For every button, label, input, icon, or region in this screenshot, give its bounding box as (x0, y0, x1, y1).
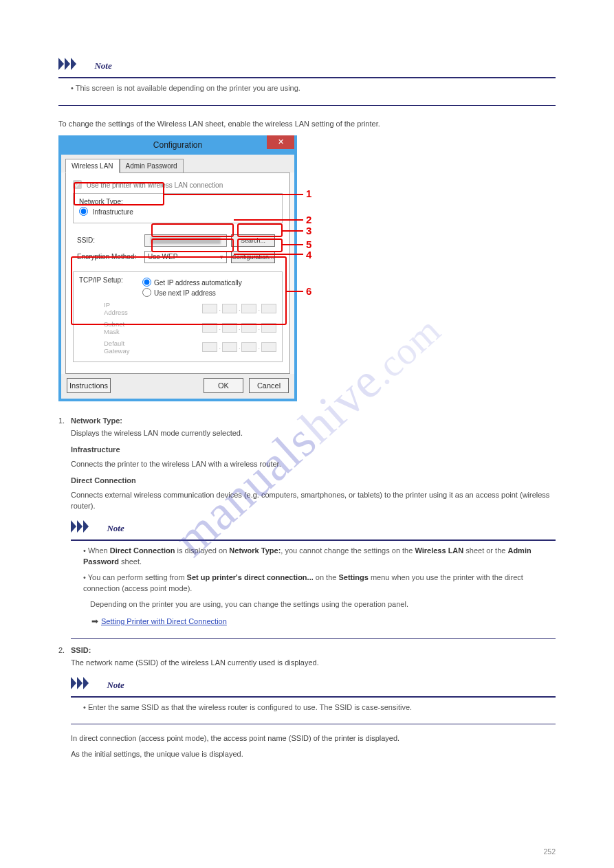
use-printer-checkbox[interactable] (73, 180, 82, 189)
default-gateway-input[interactable]: ... (202, 342, 276, 352)
callout-number-4: 4 (306, 249, 311, 260)
search-button[interactable]: Search... (231, 234, 275, 247)
network-type-label: Network Type: (79, 198, 276, 205)
note-text: • Enter the same SSID as that the wirele… (71, 698, 556, 720)
get-ip-auto-radio[interactable] (142, 278, 151, 287)
network-type-group: Network Type: Infrastructure (73, 193, 283, 223)
svg-marker-8 (83, 677, 89, 689)
cancel-button[interactable]: Cancel (249, 378, 289, 393)
svg-marker-1 (65, 58, 70, 70)
page-number: 252 (543, 847, 556, 856)
callout-number-5: 5 (306, 238, 311, 250)
rule (71, 724, 556, 724)
rule (58, 105, 556, 106)
dialog-figure: Configuration ✕ Wireless LAN Admin Passw… (58, 135, 297, 401)
ip-address-label: IP Address (79, 301, 134, 316)
callout-number-2: 2 (306, 214, 311, 225)
svg-marker-4 (77, 520, 83, 533)
svg-marker-6 (71, 677, 76, 689)
subnet-mask-label: Subnet Mask (79, 320, 134, 335)
svg-marker-0 (58, 58, 64, 70)
close-icon[interactable]: ✕ (267, 135, 294, 149)
callout-number-3: 3 (306, 225, 311, 236)
infrastructure-radio[interactable] (79, 207, 88, 216)
dialog-button-row: Instructions OK Cancel (61, 374, 294, 399)
radio-label: Use next IP address (154, 289, 216, 297)
tab-row: Wireless LAN Admin Password (61, 155, 294, 173)
chevrons-icon (58, 58, 90, 73)
note-block-2: Note • When Direct Connection is display… (71, 520, 556, 640)
instructions-button[interactable]: Instructions (67, 378, 111, 393)
note-label: Note (107, 523, 124, 533)
radio-label: Infrastructure (93, 208, 133, 216)
subnet-mask-input[interactable]: ... (202, 323, 276, 333)
arrow-right-icon: ➡ (91, 616, 98, 626)
tail-paragraph-2: As the initial settings, the unique valu… (58, 748, 556, 760)
svg-marker-7 (77, 677, 83, 689)
definition-1: 1.Network Type: Displays the wireless LA… (58, 416, 556, 512)
note-text: • When Direct Connection is displayed on… (71, 541, 556, 635)
note-block-3: Note • Enter the same SSID as that the w… (71, 677, 556, 725)
tcpip-label: TCP/IP Setup: (79, 276, 133, 297)
use-next-ip-radio[interactable] (142, 288, 151, 297)
chevrons-icon (71, 520, 102, 535)
svg-marker-2 (71, 58, 76, 70)
definition-2: 2.SSID: The network name (SSID) of the w… (58, 646, 556, 669)
dialog-title: Configuration (153, 140, 202, 150)
ok-button[interactable]: OK (204, 378, 243, 393)
note-text: • This screen is not available depending… (58, 78, 556, 101)
chevrons-icon (71, 677, 102, 692)
encryption-method-select[interactable]: Use WEP▾ (144, 251, 227, 263)
ip-address-input[interactable]: ... (202, 304, 276, 313)
svg-marker-3 (71, 520, 76, 533)
note-block-1: Note • This screen is not available depe… (58, 58, 556, 106)
tab-pane: Use the printer with wireless LAN connec… (65, 173, 290, 374)
callout-number-1: 1 (306, 188, 311, 199)
direct-connection-link[interactable]: Setting Printer with Direct Connection (101, 617, 227, 625)
tcpip-group: TCP/IP Setup: Get IP address automatical… (73, 271, 283, 362)
configuration-button[interactable]: Configuration... (231, 251, 275, 263)
checkbox-label: Use the printer with wireless LAN connec… (87, 181, 223, 189)
callout-number-6: 6 (306, 285, 311, 297)
definition-list: 1.Network Type: Displays the wireless LA… (58, 416, 556, 512)
chevron-down-icon: ▾ (220, 254, 223, 260)
rule (71, 638, 556, 639)
default-gateway-label: Default Gateway (79, 340, 134, 355)
encryption-method-label: Encryption Method: (77, 253, 140, 260)
note-label: Note (94, 60, 111, 71)
note-label: Note (107, 680, 124, 690)
tail-paragraph-1: In direct connection (access point mode)… (58, 733, 556, 744)
use-printer-checkbox-row: Use the printer with wireless LAN connec… (73, 179, 283, 193)
tab-wireless-lan[interactable]: Wireless LAN (65, 159, 120, 173)
dialog-titlebar: Configuration ✕ (61, 135, 294, 155)
ssid-input[interactable] (144, 234, 227, 247)
configuration-dialog: Configuration ✕ Wireless LAN Admin Passw… (58, 135, 297, 401)
radio-label: Get IP address automatically (154, 279, 242, 287)
tab-admin-password[interactable]: Admin Password (120, 159, 184, 173)
ssid-label: SSID: (77, 236, 140, 244)
paragraph: To change the settings of the Wireless L… (58, 118, 556, 130)
svg-marker-5 (83, 520, 89, 533)
